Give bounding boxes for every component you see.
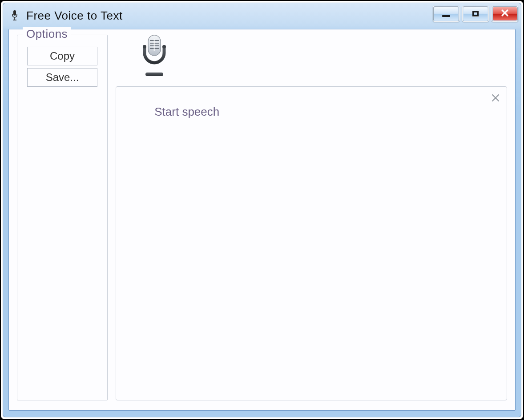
speech-placeholder: Start speech	[154, 105, 219, 118]
clear-speech-button[interactable]	[490, 92, 501, 104]
minimize-button[interactable]	[433, 6, 460, 22]
title-bar[interactable]: Free Voice to Text	[3, 3, 521, 28]
svg-point-13	[143, 45, 146, 48]
close-button[interactable]	[492, 6, 518, 22]
window-outer: Free Voice to Text	[0, 0, 524, 420]
maximize-button[interactable]	[462, 6, 489, 22]
minimize-icon	[442, 15, 450, 17]
svg-rect-0	[13, 10, 16, 16]
save-button[interactable]: Save...	[27, 68, 97, 87]
close-icon	[500, 8, 510, 20]
options-legend: Options	[23, 27, 71, 41]
client-area: Options Copy Save...	[8, 29, 516, 411]
copy-button[interactable]: Copy	[27, 47, 97, 65]
app-microphone-icon	[9, 9, 20, 22]
options-groupbox: Options Copy Save...	[17, 35, 108, 400]
main-area: Start speech	[116, 35, 507, 400]
close-icon	[491, 93, 500, 102]
window-title: Free Voice to Text	[26, 9, 123, 23]
options-buttons-container: Copy Save...	[17, 35, 107, 92]
window-chrome: Free Voice to Text	[3, 3, 521, 417]
window-controls	[433, 6, 518, 22]
svg-point-14	[162, 45, 166, 48]
svg-rect-12	[145, 73, 163, 76]
maximize-icon	[472, 11, 479, 16]
speech-text-area[interactable]: Start speech	[116, 86, 507, 400]
microphone-icon[interactable]	[134, 33, 174, 82]
